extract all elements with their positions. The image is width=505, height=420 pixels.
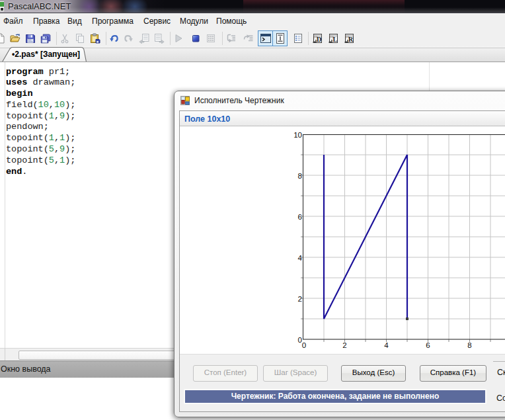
svg-text:8: 8	[298, 172, 302, 180]
svg-text:6: 6	[426, 341, 430, 349]
svg-text:4: 4	[298, 254, 303, 262]
svg-text:2: 2	[298, 295, 302, 303]
svg-text:D: D	[317, 36, 321, 43]
svg-text:L: L	[332, 36, 337, 43]
svg-text:4: 4	[384, 341, 389, 349]
svg-text:0: 0	[302, 341, 306, 349]
svg-text:8: 8	[467, 341, 471, 349]
svg-text:6: 6	[298, 213, 302, 221]
svg-text:10: 10	[293, 131, 302, 139]
svg-text:R: R	[348, 36, 354, 43]
svg-text:2: 2	[342, 341, 346, 349]
